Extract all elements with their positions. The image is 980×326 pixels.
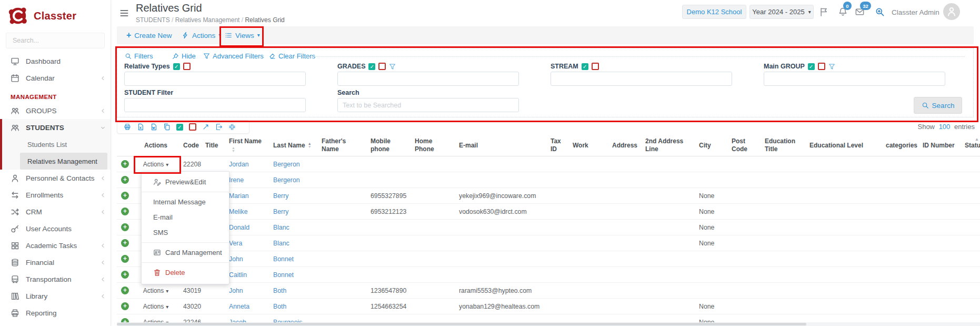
first-name-link[interactable]: Jordan	[229, 161, 249, 168]
sidebar-item-user-accounts[interactable]: User Accounts	[0, 220, 111, 237]
views-menu-button[interactable]: Views ▾	[225, 26, 260, 44]
hamburger-menu-icon[interactable]	[119, 8, 129, 18]
filters-toggle-link[interactable]: Filters	[125, 52, 153, 60]
scroll-up-icon[interactable]: ▲	[975, 137, 979, 142]
relative-types-filter-input[interactable]	[124, 72, 306, 86]
first-name-link[interactable]: Irene	[229, 176, 244, 184]
col-post-code[interactable]: Post Code	[727, 135, 761, 156]
last-name-link[interactable]: Berry	[273, 208, 288, 215]
last-name-link[interactable]: Both	[273, 303, 286, 310]
student-filter-input[interactable]	[124, 98, 306, 112]
select-all-icon[interactable]: ✓	[368, 63, 375, 70]
hide-filters-link[interactable]: Hide	[172, 52, 196, 60]
advanced-filters-link[interactable]: Advanced Filters	[203, 52, 264, 60]
print-icon[interactable]	[124, 123, 131, 131]
zoom-in-icon[interactable]	[875, 7, 885, 17]
first-name-link[interactable]: John	[229, 255, 243, 263]
funnel-icon[interactable]	[389, 63, 396, 70]
deselect-all-icon[interactable]	[189, 123, 196, 131]
last-name-link[interactable]: Bergeron	[273, 176, 300, 184]
deselect-all-icon[interactable]	[183, 63, 191, 70]
sort-icon[interactable]: ▲▼	[232, 146, 235, 153]
copy-icon[interactable]	[163, 123, 171, 131]
menu-item-sms[interactable]: SMS	[142, 225, 229, 240]
breadcrumb-students[interactable]: STUDENTS	[136, 16, 175, 24]
col-categories[interactable]: categories	[882, 135, 918, 156]
first-name-link[interactable]: Donald	[229, 224, 249, 231]
search-button[interactable]: Search	[914, 97, 962, 114]
user-menu-button[interactable]: Classter Admin ▾	[892, 8, 947, 16]
sidebar-item-students[interactable]: STUDENTS	[2, 119, 111, 136]
sidebar-item-enrollments[interactable]: Enrollments	[0, 186, 111, 203]
stream-filter-input[interactable]	[551, 72, 732, 86]
select-all-icon[interactable]: ✓	[176, 124, 183, 131]
menu-item-preview-edit[interactable]: Preview&Edit	[142, 174, 229, 190]
page-size-selector[interactable]: 100	[939, 123, 951, 131]
col-educational-level[interactable]: Educational Level	[805, 135, 882, 156]
row-actions-button[interactable]: Actions▾	[143, 303, 168, 310]
row-actions-button[interactable]: Actions▾	[143, 287, 168, 294]
deselect-all-icon[interactable]	[818, 63, 825, 70]
scrollbar-thumb[interactable]	[117, 323, 806, 325]
funnel-icon[interactable]	[828, 63, 835, 70]
last-name-link[interactable]: Blanc	[273, 224, 289, 231]
expand-row-button[interactable]: +	[121, 223, 129, 231]
export-icon[interactable]	[215, 123, 223, 131]
expand-row-button[interactable]: +	[121, 287, 129, 294]
last-name-link[interactable]: Both	[273, 287, 286, 294]
sidebar-item-dashboard[interactable]: Dashboard	[0, 53, 111, 70]
col-title[interactable]: Title	[201, 135, 225, 156]
menu-item-email[interactable]: E-mail	[142, 210, 229, 225]
col-home-phone[interactable]: Home Phone	[411, 135, 455, 156]
sidebar-item-students-list[interactable]: Students List	[2, 136, 111, 153]
first-name-link[interactable]: Marian	[229, 192, 249, 200]
sidebar-item-crm[interactable]: CRM	[0, 203, 111, 220]
expand-row-button[interactable]: +	[121, 239, 129, 247]
row-actions-button[interactable]: Actions▾	[143, 161, 168, 168]
col-actions[interactable]: Actions	[133, 135, 179, 156]
create-new-button[interactable]: + Create New	[126, 26, 172, 44]
deselect-all-icon[interactable]	[592, 63, 599, 70]
col-mobile-phone[interactable]: Mobile phone	[366, 135, 411, 156]
select-all-icon[interactable]: ✓	[808, 63, 815, 70]
expand-row-button[interactable]: +	[121, 255, 129, 263]
menu-item-delete[interactable]: Delete	[142, 265, 229, 280]
breadcrumb-relatives-management[interactable]: Relatives Management	[175, 16, 245, 24]
sidebar-item-groups[interactable]: GROUPS	[0, 102, 111, 119]
sidebar-item-financial[interactable]: Financial	[0, 254, 111, 271]
expand-row-button[interactable]: +	[121, 208, 129, 215]
last-name-link[interactable]: Bergeron	[273, 161, 300, 168]
last-name-link[interactable]: Bonnet	[273, 271, 294, 279]
sidebar-item-library[interactable]: Library	[0, 288, 111, 304]
menu-item-card-management[interactable]: Card Management	[142, 245, 229, 260]
sidebar-item-calendar[interactable]: Calendar	[0, 70, 111, 86]
expand-row-button[interactable]: +	[121, 176, 129, 184]
last-name-link[interactable]: Bonnet	[273, 255, 294, 263]
col-last-name[interactable]: Last Name▲▼	[269, 135, 317, 156]
last-name-link[interactable]: Blanc	[273, 240, 289, 247]
col-city[interactable]: City	[695, 135, 727, 156]
col-tax-id[interactable]: Tax ID	[546, 135, 568, 156]
first-name-link[interactable]: John	[229, 287, 243, 294]
main-group-filter-input[interactable]	[764, 72, 945, 86]
first-name-link[interactable]: Caitlin	[229, 271, 247, 279]
actions-menu-button[interactable]: Actions ▾	[182, 26, 221, 44]
first-name-link[interactable]: Melike	[229, 208, 248, 215]
expand-row-button[interactable]: +	[121, 192, 129, 200]
avatar[interactable]	[943, 3, 960, 20]
col-2nd-address[interactable]: 2nd Address Line	[641, 135, 695, 156]
year-selector-button[interactable]: Year 2024 - 2025 ▾	[749, 5, 814, 19]
excel-file-icon[interactable]	[137, 123, 144, 131]
search-text-input[interactable]	[337, 98, 519, 112]
sidebar-item-relatives-management[interactable]: Relatives Management	[20, 153, 107, 170]
expand-icon[interactable]	[202, 123, 209, 131]
expand-row-button[interactable]: +	[121, 160, 129, 168]
last-name-link[interactable]: Berry	[273, 192, 288, 200]
col-email[interactable]: E-mail	[455, 135, 546, 156]
school-selector-button[interactable]: Demo K12 School	[682, 5, 746, 19]
col-education-title[interactable]: Education Title	[761, 135, 805, 156]
sidebar-item-reporting[interactable]: Reporting	[0, 304, 111, 321]
sidebar-search-input[interactable]	[6, 33, 105, 48]
sidebar-item-transportation[interactable]: Transportation	[0, 271, 111, 288]
col-code[interactable]: Code	[179, 135, 201, 156]
